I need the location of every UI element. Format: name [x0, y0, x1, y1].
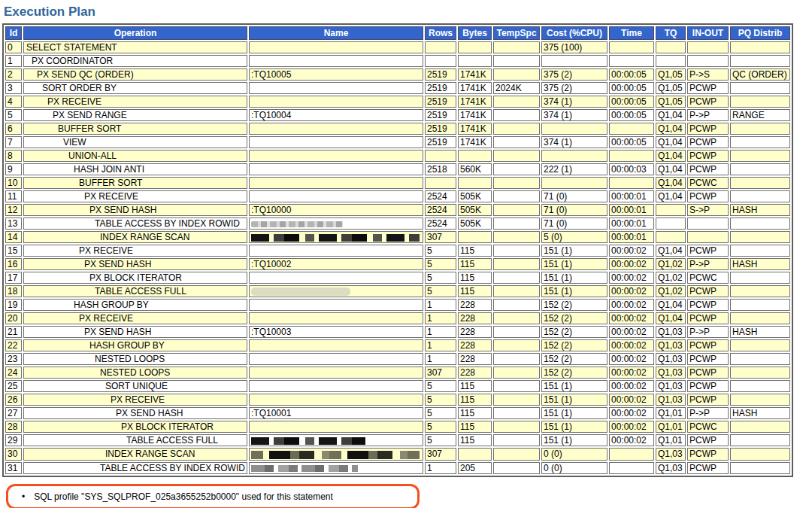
cell-bytes: 115 — [458, 407, 492, 419]
cell-pq-distrib — [730, 163, 790, 175]
cell-cost — [541, 55, 607, 67]
cell-tq: Q1,03 — [656, 326, 686, 338]
cell-pq-distrib — [730, 339, 790, 351]
cell-bytes: 1741K — [458, 136, 492, 148]
cell-id: 23 — [5, 353, 22, 365]
table-row: 7VIEW25191741K374 (1)00:00:05Q1,04PCWP — [5, 136, 790, 148]
cell-tq: Q1,01 — [656, 421, 686, 433]
cell-time: 00:00:02 — [609, 272, 654, 284]
cell-bytes: 115 — [458, 380, 492, 392]
cell-pq-distrib — [730, 394, 790, 406]
cell-in-out: P->P — [687, 258, 729, 270]
cell-name — [249, 190, 423, 202]
cell-operation: INDEX RANGE SCAN — [23, 448, 247, 460]
cell-pq-distrib — [730, 123, 790, 135]
cell-cost: 151 (1) — [541, 434, 607, 446]
cell-rows: 5 — [425, 407, 456, 419]
cell-operation: BUFFER SORT — [23, 123, 247, 135]
cell-time: 00:00:02 — [609, 285, 654, 297]
table-row: 18TABLE ACCESS FULL5115151 (1)00:00:02Q1… — [5, 285, 790, 297]
cell-operation: PX BLOCK ITERATOR — [23, 421, 247, 433]
cell-pq-distrib: QC (ORDER) — [730, 68, 790, 81]
cell-id: 3 — [5, 82, 22, 94]
cell-tq: Q1,04 — [656, 312, 686, 324]
cell-tempspc — [493, 326, 540, 338]
cell-cost: 375 (100) — [541, 41, 607, 53]
cell-pq-distrib — [730, 312, 790, 324]
cell-time: 00:00:02 — [609, 367, 654, 379]
cell-tempspc — [493, 394, 540, 406]
cell-id: 10 — [5, 177, 22, 189]
cell-in-out: PCWP — [687, 245, 729, 257]
cell-cost: 152 (2) — [541, 299, 607, 311]
cell-id: 15 — [5, 245, 22, 257]
cell-pq-distrib — [730, 434, 790, 446]
cell-id: 12 — [5, 204, 22, 216]
cell-in-out: PCWP — [687, 394, 729, 406]
table-row: 11PX RECEIVE2524505K71 (0)00:00:01Q1,04P… — [5, 190, 790, 202]
cell-in-out: PCWP — [687, 312, 729, 324]
cell-operation: PX RECEIVE — [23, 190, 247, 202]
table-row: 10BUFFER SORTQ1,04PCWC — [5, 177, 790, 189]
cell-pq-distrib — [730, 272, 790, 284]
cell-id: 7 — [5, 136, 22, 148]
cell-tq: Q1,01 — [656, 407, 686, 419]
cell-rows: 5 — [425, 421, 456, 433]
column-header-bytes: Bytes — [458, 26, 492, 40]
cell-rows — [425, 41, 456, 53]
cell-cost: 151 (1) — [541, 272, 607, 284]
cell-pq-distrib — [730, 96, 790, 108]
cell-operation: PX SEND HASH — [23, 407, 247, 419]
cell-tempspc — [493, 272, 540, 284]
cell-cost: 152 (2) — [541, 339, 607, 351]
column-header-cost-cpu: Cost (%CPU) — [541, 26, 607, 40]
cell-tempspc — [493, 312, 540, 324]
cell-id: 0 — [5, 41, 22, 53]
cell-time — [609, 55, 654, 67]
table-row: 16PX SEND HASH:TQ100025115151 (1)00:00:0… — [5, 258, 790, 270]
table-row: 14INDEX RANGE SCAN3075 (0)00:00:01 — [5, 231, 790, 243]
cell-tq: Q1,03 — [656, 448, 686, 460]
cell-time: 00:00:02 — [609, 353, 654, 365]
column-header-name: Name — [249, 26, 423, 40]
column-header-tempspc: TempSpc — [493, 26, 540, 40]
cell-in-out: PCWP — [687, 163, 729, 175]
note-text: SQL profile "SYS_SQLPROF_025a3655252b000… — [34, 491, 333, 502]
cell-operation: TABLE ACCESS BY INDEX ROWID — [23, 462, 247, 474]
cell-operation: PX RECEIVE — [23, 394, 247, 406]
cell-tq: Q1,04 — [656, 190, 686, 202]
cell-bytes — [458, 448, 492, 460]
cell-tempspc — [493, 462, 540, 474]
cell-name — [249, 231, 423, 243]
cell-cost: 71 (0) — [541, 190, 607, 202]
cell-operation: TABLE ACCESS FULL — [23, 434, 247, 446]
name-redaction — [251, 465, 358, 472]
table-row: 19HASH GROUP BY1228152 (2)00:00:02Q1,04P… — [5, 299, 790, 311]
cell-bytes: 505K — [458, 204, 492, 216]
cell-id: 18 — [5, 285, 22, 297]
table-row: 29TABLE ACCESS FULL5115151 (1)00:00:02Q1… — [5, 434, 790, 446]
plan-table-body: 0SELECT STATEMENT375 (100)1PX COORDINATO… — [5, 41, 790, 474]
table-row: 2PX SEND QC (ORDER):TQ1000525191741K375 … — [5, 68, 790, 81]
cell-name — [249, 217, 423, 230]
cell-id: 21 — [5, 326, 22, 338]
cell-name — [249, 353, 423, 365]
cell-pq-distrib: HASH — [730, 204, 790, 216]
cell-name — [249, 434, 423, 446]
cell-operation: HASH GROUP BY — [23, 299, 247, 311]
cell-in-out: P->S — [687, 68, 729, 81]
cell-pq-distrib — [730, 245, 790, 257]
execution-plan-table: IdOperationNameRowsBytesTempSpcCost (%CP… — [2, 23, 793, 477]
cell-bytes: 1741K — [458, 68, 492, 81]
cell-bytes: 115 — [458, 285, 492, 297]
cell-cost: 374 (1) — [541, 136, 607, 148]
cell-tempspc — [493, 339, 540, 351]
cell-bytes: 115 — [458, 434, 492, 446]
cell-name — [249, 96, 423, 108]
cell-in-out — [687, 231, 729, 243]
table-row: 24NESTED LOOPS307228152 (2)00:00:02Q1,03… — [5, 367, 790, 379]
cell-operation: VIEW — [23, 136, 247, 148]
cell-bytes: 228 — [458, 339, 492, 351]
cell-rows: 2519 — [425, 82, 456, 94]
cell-time: 00:00:02 — [609, 299, 654, 311]
